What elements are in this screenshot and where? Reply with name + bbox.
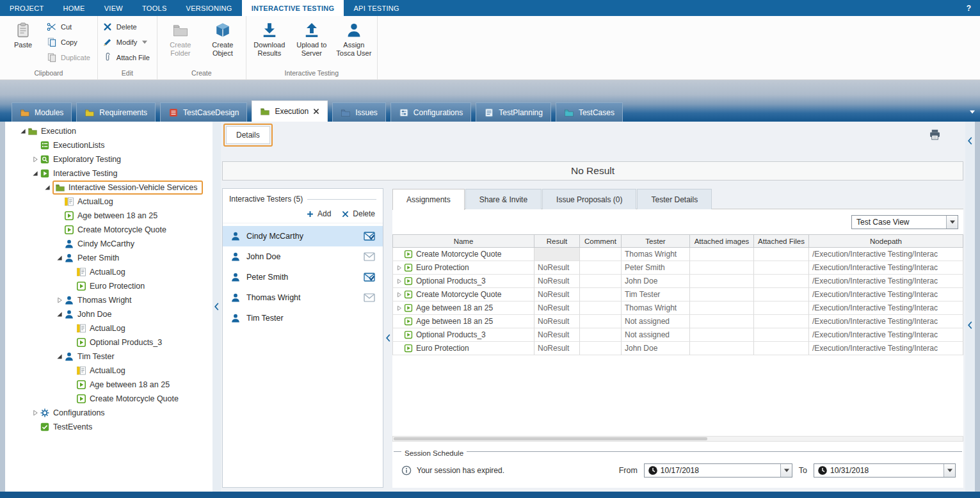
tab-share-invite[interactable]: Share & Invite <box>465 189 542 209</box>
envelope-checked-icon[interactable] <box>364 232 375 241</box>
workspace-tab-modules[interactable]: Modules <box>12 102 72 122</box>
expander-expanded-icon[interactable] <box>42 184 52 191</box>
tester-item-thomas-wright[interactable]: Thomas Wright <box>223 287 383 308</box>
tree-item-euro-protection[interactable]: Euro Protection <box>5 279 213 293</box>
ribbon-button-create-object[interactable]: Create Object <box>203 17 243 58</box>
tab-assignments[interactable]: Assignments <box>392 189 465 210</box>
collapse-handle-icon[interactable] <box>214 303 219 310</box>
ribbon-button-delete[interactable]: Delete <box>101 21 154 33</box>
table-row[interactable]: Optional Products_3NoResultNot assigned/… <box>392 328 963 342</box>
to-date-dropdown[interactable] <box>944 464 955 477</box>
tree-item-peter-smith[interactable]: Peter Smith <box>5 251 213 265</box>
close-icon[interactable] <box>313 108 319 115</box>
table-row[interactable]: Age between 18 an 25NoResultThomas Wrigh… <box>392 301 963 315</box>
workspace-tab-issues[interactable]: Issues <box>332 102 386 122</box>
ribbon-button-paste[interactable]: Paste <box>3 17 43 51</box>
workspace-tab-requirements[interactable]: Requirements <box>76 102 156 122</box>
ribbon-button-modify[interactable]: Modify <box>101 36 154 48</box>
tree-splitter[interactable] <box>213 122 221 492</box>
tree-item-john-doe[interactable]: John Doe <box>5 307 213 321</box>
row-expander-icon[interactable] <box>394 305 404 311</box>
tab-tester-details[interactable]: Tester Details <box>637 189 712 209</box>
workspace-tab-configurations[interactable]: Configurations <box>390 102 471 122</box>
tree-item-actuallog[interactable]: ActualLog <box>5 321 213 335</box>
menu-project[interactable]: PROJECT <box>0 0 53 16</box>
tree-item-configurations[interactable]: Configurations <box>5 406 213 420</box>
ribbon-button-attach-file[interactable]: Attach File <box>101 52 154 63</box>
tree-item-actuallog[interactable]: ActualLog <box>5 364 213 378</box>
testers-splitter[interactable] <box>384 188 392 488</box>
tree-item-testevents[interactable]: TestEvents <box>5 420 213 434</box>
ribbon-button-cut[interactable]: Cut <box>45 21 94 33</box>
expander-collapsed-icon[interactable] <box>30 156 40 163</box>
column-header-attached-images[interactable]: Attached images <box>690 234 754 248</box>
tree-item-tim-tester[interactable]: Tim Tester <box>5 349 213 364</box>
tree-item-cindy-mccarthy[interactable]: Cindy McCarthy <box>5 237 213 251</box>
ribbon-button-upload-to-server[interactable]: Upload to Server <box>292 17 332 58</box>
add-tester-button[interactable]: Add <box>306 209 331 218</box>
table-row[interactable]: Optional Products_3NoResultJohn Doe/Exec… <box>392 275 963 288</box>
tester-item-cindy-mccarthy[interactable]: Cindy McCarthy <box>223 226 383 246</box>
menu-interactive-testing[interactable]: INTERACTIVE TESTING <box>242 0 344 16</box>
tree-item-interactive-testing[interactable]: Interactive Testing <box>5 166 213 181</box>
collapse-handle-icon[interactable] <box>968 321 972 329</box>
workspace-tab-execution[interactable]: Execution <box>252 100 328 122</box>
print-icon[interactable] <box>929 129 941 141</box>
tab-issue-proposals-0[interactable]: Issue Proposals (0) <box>542 189 636 209</box>
view-selector-dropdown[interactable] <box>946 216 958 229</box>
column-header-comment[interactable]: Comment <box>580 234 622 248</box>
from-date-dropdown[interactable] <box>780 464 792 477</box>
tree-item-create-motorcycle-quote[interactable]: Create Motorcycle Quote <box>5 392 213 406</box>
workspace-tab-testcasedesign[interactable]: TestCaseDesign <box>160 102 247 122</box>
expander-expanded-icon[interactable] <box>54 255 64 261</box>
expander-expanded-icon[interactable] <box>54 311 64 317</box>
tree-item-exploratory-testing[interactable]: Exploratory Testing <box>5 152 213 166</box>
expander-collapsed-icon[interactable] <box>30 410 40 416</box>
table-row[interactable]: Age between 18 an 25NoResultNot assigned… <box>392 315 963 328</box>
ribbon-button-copy[interactable]: Copy <box>45 36 94 48</box>
tree-item-create-motorcycle-quote[interactable]: Create Motorcycle Quote <box>5 223 213 237</box>
workspace-tab-testplanning[interactable]: TestPlanning <box>476 102 551 122</box>
help-button[interactable]: ? <box>958 0 980 16</box>
view-selector[interactable]: Test Case View <box>851 215 958 229</box>
ribbon-button-assign-tosca-user[interactable]: Assign Tosca User <box>334 17 374 58</box>
tester-item-john-doe[interactable]: John Doe <box>223 246 383 267</box>
table-row[interactable]: Create Motorcycle QuoteNoResultTim Teste… <box>392 288 963 301</box>
details-tab[interactable]: Details <box>226 126 270 144</box>
tree-item-executionlists[interactable]: ExecutionLists <box>5 138 213 152</box>
column-header-name[interactable]: Name <box>392 234 534 248</box>
tree-item-optional-products-3[interactable]: Optional Products_3 <box>5 335 213 349</box>
row-expander-icon[interactable] <box>394 278 404 284</box>
expander-collapsed-icon[interactable] <box>54 297 64 303</box>
expander-expanded-icon[interactable] <box>18 128 28 134</box>
scrollbar-thumb[interactable] <box>394 437 707 440</box>
to-date-picker[interactable]: 10/31/2018 <box>814 463 956 478</box>
column-header-result[interactable]: Result <box>534 234 580 248</box>
tree-item-thomas-wright[interactable]: Thomas Wright <box>5 293 213 307</box>
menu-api-testing[interactable]: API TESTING <box>344 0 409 16</box>
collapse-handle-icon[interactable] <box>968 137 972 145</box>
tree-item-execution[interactable]: Execution <box>5 124 213 138</box>
menu-view[interactable]: VIEW <box>95 0 133 16</box>
envelope-icon[interactable] <box>364 252 375 261</box>
menu-home[interactable]: HOME <box>53 0 94 16</box>
expander-expanded-icon[interactable] <box>30 170 40 177</box>
ribbon-button-duplicate[interactable]: Duplicate <box>45 52 94 63</box>
row-expander-icon[interactable] <box>394 265 404 271</box>
workspace-tab-testcases[interactable]: TestCases <box>556 102 623 122</box>
menu-tools[interactable]: TOOLS <box>133 0 177 16</box>
table-row[interactable]: Create Motorcycle QuoteThomas Wright/Exe… <box>392 248 963 261</box>
tree-item-age-between-18-an-25[interactable]: Age between 18 an 25 <box>5 378 213 392</box>
delete-tester-button[interactable]: Delete <box>341 209 375 218</box>
tree-item-age-between-18-an-25[interactable]: Age between 18 an 25 <box>5 209 213 223</box>
menu-versioning[interactable]: VERSIONING <box>177 0 242 16</box>
tree-item-actuallog[interactable]: ActualLog <box>5 265 213 279</box>
ribbon-button-create-folder[interactable]: Create Folder <box>161 17 200 58</box>
table-row[interactable]: Euro ProtectionNoResultPeter Smith/Execu… <box>392 261 963 275</box>
tree-item-interactive-session-vehicle-services[interactable]: Interactive Session-Vehicle Services <box>5 181 213 195</box>
row-expander-icon[interactable] <box>394 292 404 298</box>
column-header-attached-files[interactable]: Attached Files <box>754 234 809 248</box>
horizontal-scrollbar[interactable] <box>392 436 963 442</box>
envelope-checked-icon[interactable] <box>364 273 375 282</box>
expander-expanded-icon[interactable] <box>54 353 64 360</box>
